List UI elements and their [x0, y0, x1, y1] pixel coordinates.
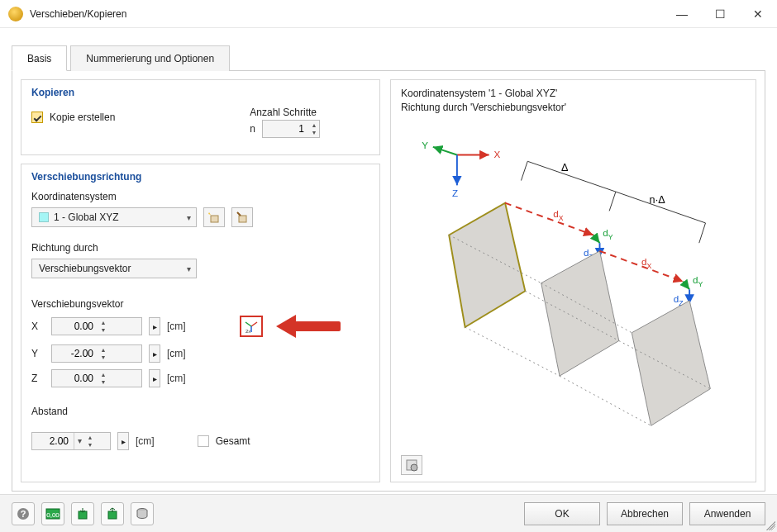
steps-input[interactable]: ▲▼ — [262, 120, 320, 138]
checkbox-icon — [31, 112, 43, 123]
cube-in-icon — [76, 507, 89, 520]
vector-label: Verschiebungsvektor — [31, 298, 369, 310]
edit-coord-button[interactable] — [231, 207, 253, 227]
ok-button[interactable]: OK — [524, 502, 600, 525]
svg-text:?: ? — [21, 509, 26, 519]
svg-line-22 — [593, 235, 600, 243]
tab-numbering[interactable]: Nummerierung und Optionen — [70, 45, 230, 71]
create-copy-checkbox[interactable]: Kopie erstellen — [31, 112, 115, 123]
app-icon — [8, 7, 23, 21]
tab-strip: Basis Nummerierung und Optionen — [12, 45, 765, 70]
checkbox-icon — [198, 435, 209, 447]
apply-button[interactable]: Anwenden — [689, 502, 765, 525]
svg-line-32 — [683, 281, 689, 289]
spinner-icon[interactable]: ▲▼ — [98, 371, 108, 386]
z-unit: [cm] — [167, 373, 197, 384]
gesamt-checkbox[interactable]: Gesamt — [198, 435, 250, 447]
x-field[interactable] — [52, 318, 98, 335]
abstand-field[interactable] — [32, 433, 74, 449]
abstand-input[interactable]: ▾ ▲▼ — [31, 432, 111, 450]
export-button[interactable] — [101, 502, 124, 525]
x-input[interactable]: ▲▼ — [51, 317, 142, 335]
z-menu-button[interactable]: ▸ — [149, 369, 160, 387]
create-copy-label: Kopie erstellen — [50, 112, 115, 123]
minimize-button[interactable]: — — [663, 1, 701, 27]
new-coord-button[interactable] — [203, 207, 225, 227]
svg-text:2x: 2x — [245, 329, 250, 334]
abstand-menu-button[interactable]: ▸ — [117, 432, 129, 450]
preview-panel: Koordinatensystem '1 - Global XYZ' Richt… — [390, 79, 756, 482]
abstand-label: Abstand — [31, 406, 369, 417]
svg-text:n·Δ: n·Δ — [650, 193, 666, 205]
footer: ? 0,00 OK Abbrechen Anwenden — [0, 494, 777, 532]
x-menu-button[interactable]: ▸ — [149, 317, 160, 335]
svg-text:dY: dY — [693, 273, 703, 287]
spinner-icon[interactable]: ▲▼ — [98, 319, 108, 334]
group-copy-title: Kopieren — [31, 87, 369, 98]
coord-swatch-icon — [39, 212, 49, 222]
svg-line-16 — [699, 223, 706, 243]
group-copy: Kopieren Kopie erstellen Anzahl Schritte… — [21, 79, 380, 155]
gear-grid-icon — [405, 458, 418, 472]
window-title: Verschieben/Kopieren — [30, 8, 126, 20]
database-icon — [136, 507, 149, 520]
units-button[interactable]: 0,00 — [41, 502, 64, 525]
resize-grip[interactable] — [764, 519, 775, 530]
chevron-down-icon: ▾ — [187, 264, 191, 273]
maximize-button[interactable]: ☐ — [701, 1, 739, 27]
spinner-icon[interactable]: ▲▼ — [85, 434, 95, 449]
database-button[interactable] — [131, 502, 154, 525]
svg-marker-36 — [632, 301, 710, 425]
svg-line-20 — [505, 202, 593, 235]
svg-line-28 — [465, 327, 560, 376]
y-label: Y — [31, 348, 45, 359]
coord-value: 1 - Global XYZ — [54, 211, 119, 223]
svg-rect-47 — [108, 511, 117, 519]
chevron-down-icon[interactable]: ▾ — [74, 433, 85, 449]
svg-line-8 — [433, 146, 457, 154]
z-label: Z — [31, 373, 45, 384]
titlebar: Verschieben/Kopieren — ☐ ✕ — [0, 0, 777, 28]
steps-field[interactable] — [263, 121, 309, 137]
cancel-button[interactable]: Abbrechen — [607, 502, 683, 525]
spinner-icon[interactable]: ▲▼ — [309, 121, 319, 136]
group-direction: Verschiebungsrichtung Koordinatensystem … — [21, 164, 380, 482]
tab-basis[interactable]: Basis — [12, 45, 67, 71]
richtung-label: Richtung durch — [31, 242, 369, 254]
group-direction-title: Verschiebungsrichtung — [31, 171, 369, 183]
gesamt-label: Gesamt — [216, 435, 250, 447]
import-button[interactable] — [71, 502, 94, 525]
help-button[interactable]: ? — [12, 502, 35, 525]
spinner-icon[interactable]: ▲▼ — [98, 346, 108, 361]
z-field[interactable] — [52, 370, 98, 387]
n-label: n — [250, 123, 255, 135]
preview-title-2: Richtung durch 'Verschiebungsvektor' — [401, 101, 746, 115]
units-icon: 0,00 — [45, 508, 60, 520]
x-label: X — [31, 321, 45, 332]
svg-text:Z: Z — [452, 188, 458, 198]
y-field[interactable] — [52, 345, 98, 362]
preview-settings-button[interactable] — [401, 455, 422, 475]
svg-rect-1 — [239, 216, 246, 222]
svg-text:dX: dX — [641, 256, 651, 270]
pick-vector-button[interactable]: 2x — [240, 316, 263, 337]
coord-select[interactable]: 1 - Global XYZ ▾ — [31, 207, 197, 227]
preview-diagram: X Y Z Δ n·Δ — [401, 115, 746, 475]
svg-text:Δ: Δ — [561, 161, 569, 173]
preview-title-1: Koordinatensystem '1 - Global XYZ' — [401, 87, 746, 101]
close-button[interactable]: ✕ — [739, 1, 777, 27]
svg-line-38 — [560, 376, 651, 425]
y-menu-button[interactable]: ▸ — [149, 344, 160, 363]
z-input[interactable]: ▲▼ — [51, 369, 142, 387]
svg-text:X: X — [493, 149, 500, 159]
pick-axes-icon: 2x — [244, 319, 259, 334]
star-cube-icon — [207, 211, 221, 224]
help-icon: ? — [17, 507, 30, 520]
svg-line-15 — [609, 192, 616, 211]
y-input[interactable]: ▲▼ — [51, 344, 142, 363]
svg-marker-19 — [449, 202, 525, 326]
preview-canvas[interactable]: X Y Z Δ n·Δ — [401, 115, 746, 475]
richtung-select[interactable]: Verschiebungsvektor ▾ — [31, 259, 197, 278]
steps-label: Anzahl Schritte — [250, 107, 320, 118]
svg-line-3 — [245, 322, 251, 326]
